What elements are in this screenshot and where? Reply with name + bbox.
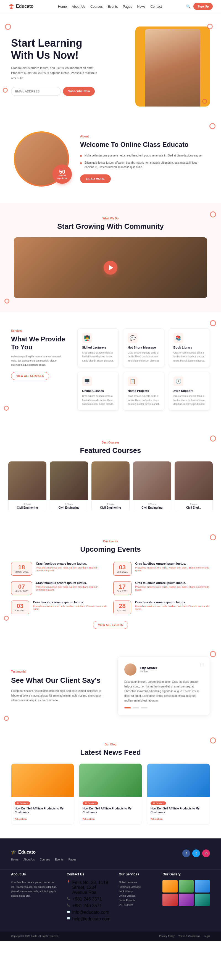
phone-icon-1: 📞: [67, 897, 70, 902]
news-grid: 12 October How Do I Sell Affiliate Produ…: [11, 764, 210, 825]
footer: 🎓 Educato Home About Us Courses Events P…: [0, 838, 221, 941]
dot-3[interactable]: [141, 707, 147, 708]
read-more-1[interactable]: Education: [14, 818, 27, 821]
view-services-button[interactable]: VIEW ALL SERVICES: [11, 372, 49, 380]
gallery-thumb-4: [162, 894, 178, 906]
legal-link[interactable]: Legal: [204, 935, 210, 937]
nav-courses[interactable]: Courses: [90, 5, 103, 8]
event-date-1: 18 March, 2021: [11, 562, 32, 576]
nav-right: 🔍 Sign Up: [186, 3, 213, 10]
privacy-link[interactable]: Privacy Policy: [159, 935, 175, 937]
nav-news[interactable]: News: [137, 5, 145, 8]
terms-link[interactable]: Terms & Conditions: [178, 935, 200, 937]
footer-nav-home[interactable]: Home: [11, 858, 19, 861]
footer-nav-courses[interactable]: Courses: [40, 858, 50, 861]
event-date-6: 28 Apr, 2031: [113, 601, 131, 614]
service-desc-5: Cras ornare expecto della a facilisi lib…: [128, 394, 159, 406]
footer-nav-events[interactable]: Events: [55, 858, 64, 861]
course-card-5[interactable]: 3 Years Civil Engi...: [175, 461, 213, 512]
course-duration-1: 3 Years: [11, 503, 43, 505]
service-desc-4: Cras ornare expecto della a facilisi lib…: [82, 394, 114, 406]
events-tag: Our Events: [11, 540, 210, 543]
gallery-thumb-3: [195, 880, 210, 892]
course-duration-3: 3 Years: [94, 503, 127, 505]
course-duration-5: 3 Years: [178, 503, 210, 505]
nav-about[interactable]: About Us: [72, 5, 85, 8]
hero-image: [110, 27, 210, 107]
footer-nav-about[interactable]: About Us: [24, 858, 35, 861]
footer-service-2: Hot Shora Message: [119, 885, 154, 889]
service-card-1: 👨‍🏫 Skilled Lecturers Cras ornare expect…: [77, 328, 119, 368]
event-body-6: Cras faucibus ornare ipsum luctus. Phase…: [135, 601, 210, 612]
twitter-button[interactable]: t: [192, 850, 200, 857]
footer-service-5: Home Projects: [119, 898, 154, 902]
service-card-2: 💬 Hot Shora Message Cras ornare expecto …: [123, 328, 164, 368]
footer-columns: About Us Cras faucibus ornare ipsum, non…: [0, 869, 221, 931]
service-card-5: 📋 Home Projects Cras ornare expecto dell…: [123, 372, 164, 410]
search-icon[interactable]: 🔍: [186, 5, 191, 8]
community-title: Start Growing With Community: [8, 222, 213, 231]
online-icon: 🖥️: [82, 376, 92, 387]
about-tag: About: [80, 135, 207, 138]
deco-ring-testimonial2: [4, 716, 9, 721]
services-description: Pellentesque fringilla massa et amet hen…: [11, 355, 66, 368]
signup-button[interactable]: Sign Up: [194, 3, 213, 10]
footer-service-1: Skilled Lecturers: [119, 880, 154, 885]
dot-1[interactable]: [124, 707, 131, 708]
deco-ring-events: [210, 534, 216, 540]
event-item-6: 28 Apr, 2031 Cras faucibus ornare ipsum …: [113, 601, 210, 614]
gallery-thumb-5: [179, 894, 194, 906]
service-title-4: Online Classes: [82, 389, 114, 393]
author-name: Elty Akhter: [140, 666, 157, 670]
course-name-4: Civil Enginering: [136, 506, 168, 509]
email-input[interactable]: [11, 87, 61, 96]
news-card-body-1: 12 October How Do I Sell Affiliate Produ…: [11, 797, 74, 824]
footer-bottom-links: Privacy Policy Terms & Conditions Legal: [159, 935, 210, 937]
library-icon: 📚: [173, 333, 183, 343]
course-card-4[interactable]: 3 Years Civil Enginering: [133, 461, 171, 512]
site-logo[interactable]: Educato: [8, 3, 34, 10]
testimonial-left: Testimonial See What Our Client Say's Ex…: [11, 669, 104, 703]
location-icon: 📍: [67, 880, 70, 895]
service-desc-2: Cras ornare expecto della a facilisi lib…: [128, 351, 159, 363]
read-more-3[interactable]: Education: [151, 818, 163, 821]
course-card-2[interactable]: 3 Years Civil Enginering: [50, 461, 88, 512]
nav-events[interactable]: Events: [108, 5, 118, 8]
instagram-button[interactable]: in: [202, 850, 210, 857]
play-button[interactable]: [104, 261, 117, 275]
news-card-1: 12 October How Do I Sell Affiliate Produ…: [11, 764, 74, 825]
read-more-button[interactable]: READ MORE: [80, 174, 111, 183]
footer-nav-pages[interactable]: Pages: [69, 858, 76, 861]
event-item-2: 03 Jun, 2021 Cras faucibus ornare ipsum …: [113, 562, 210, 576]
services-grid: 👨‍🏫 Skilled Lecturers Cras ornare expect…: [77, 328, 210, 410]
facebook-button[interactable]: f: [182, 850, 190, 857]
news-title: Latest News Feed: [11, 748, 210, 757]
phone-icon-2: 📞: [67, 904, 70, 908]
view-events-button[interactable]: VIEW ALL EVENTS: [93, 621, 128, 629]
testimonial-description: Excepteur tinciunt, volupti dolo doloris…: [11, 689, 104, 703]
deco-ring-testimonial: [210, 651, 216, 657]
footer-phone1: 📞 +981 246 3571: [67, 897, 110, 902]
testimonial-tag: Testimonial: [11, 669, 104, 674]
community-tag: What We Do: [8, 217, 213, 220]
nav-contact[interactable]: Contact: [151, 5, 162, 8]
course-card-1[interactable]: 3 Years Civil Enginering: [8, 461, 46, 512]
nav-home[interactable]: Home: [58, 5, 67, 8]
gallery-thumb-1: [162, 880, 178, 892]
course-card-3[interactable]: 3 Years Civil Enginering: [91, 461, 130, 512]
news-section: Our Blog Latest News Feed 12 October How…: [0, 729, 221, 838]
course-body-1: 3 Years Civil Enginering: [8, 500, 46, 512]
read-more-2[interactable]: Education: [83, 818, 95, 821]
deco-ring-services: [210, 320, 216, 326]
email-icon-1: ✉️: [67, 910, 70, 915]
course-name-2: Civil Enginering: [53, 506, 85, 509]
nav-pages[interactable]: Pages: [123, 5, 132, 8]
service-desc-1: Cras ornare expecto della a facilisi lib…: [82, 351, 114, 363]
deco-ring-3: [202, 99, 207, 104]
footer-email2: ✉️ help@educato.com: [67, 916, 110, 921]
subscribe-button[interactable]: Subscribe Now: [63, 87, 95, 96]
dot-2[interactable]: [133, 707, 139, 708]
footer-email1: ✉️ info@educato.com: [67, 910, 110, 915]
deco-ring-about: [210, 123, 216, 129]
lecturers-icon: 👨‍🏫: [82, 333, 92, 343]
